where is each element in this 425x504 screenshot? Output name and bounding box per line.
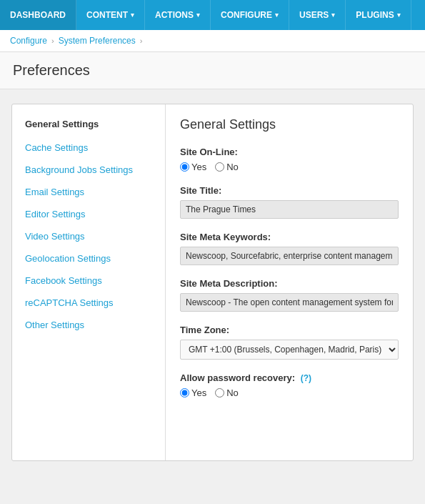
nav-plugins[interactable]: PLUGINS ▾ xyxy=(346,0,411,30)
nav-configure[interactable]: CONFIGURE ▾ xyxy=(211,0,289,30)
sidebar-item-recaptcha-settings[interactable]: reCAPTCHA Settings xyxy=(12,292,165,314)
allow-password-radio-group: Yes No xyxy=(180,387,399,398)
sidebar-item-video-settings[interactable]: Video Settings xyxy=(12,225,165,247)
allow-password-no-label[interactable]: No xyxy=(215,387,239,398)
site-meta-keywords-input[interactable] xyxy=(180,247,399,265)
site-title-label: Site Title: xyxy=(180,185,399,196)
sidebar-item-other-settings[interactable]: Other Settings xyxy=(12,314,165,336)
site-online-group: Site On-Line: Yes No xyxy=(180,147,399,172)
chevron-down-icon: ▾ xyxy=(131,11,134,19)
chevron-down-icon: ▾ xyxy=(196,11,200,19)
settings-title: General Settings xyxy=(180,117,399,132)
sidebar-item-cache-settings[interactable]: Cache Settings xyxy=(12,137,165,159)
sidebar-item-geolocation-settings[interactable]: Geolocation Settings xyxy=(12,247,165,270)
allow-password-yes-radio[interactable] xyxy=(180,388,189,397)
timezone-select[interactable]: GMT +1:00 (Brussels, Copenhagen, Madrid,… xyxy=(180,340,399,360)
site-online-yes-label[interactable]: Yes xyxy=(180,162,206,172)
site-title-input[interactable] xyxy=(180,200,399,219)
sidebar-item-editor-settings[interactable]: Editor Settings xyxy=(12,203,165,225)
site-online-yes-radio[interactable] xyxy=(180,162,189,172)
content-panel: General Settings Cache Settings Backgrou… xyxy=(11,104,414,461)
main-content: General Settings Cache Settings Backgrou… xyxy=(0,89,425,475)
site-online-label: Site On-Line: xyxy=(180,147,399,157)
sidebar: General Settings Cache Settings Backgrou… xyxy=(12,104,166,460)
site-online-no-radio[interactable] xyxy=(215,162,224,172)
breadcrumb: Configure › System Preferences › xyxy=(0,30,425,52)
site-title-group: Site Title: xyxy=(180,185,399,219)
site-meta-keywords-label: Site Meta Keywords: xyxy=(180,232,399,242)
site-online-radio-group: Yes No xyxy=(180,162,399,172)
nav-actions[interactable]: ACTIONS ▾ xyxy=(145,0,211,30)
site-meta-description-label: Site Meta Description: xyxy=(180,278,399,289)
nav-dashboard[interactable]: DASHBOARD xyxy=(0,0,76,30)
allow-password-yes-label[interactable]: Yes xyxy=(180,387,206,398)
allow-password-label: Allow password recovery: (?) xyxy=(180,372,399,383)
top-navigation: DASHBOARD CONTENT ▾ ACTIONS ▾ CONFIGURE … xyxy=(0,0,425,30)
timezone-group: Time Zone: GMT +1:00 (Brussels, Copenhag… xyxy=(180,325,399,360)
allow-password-group: Allow password recovery: (?) Yes No xyxy=(180,372,399,398)
allow-password-help-link[interactable]: (?) xyxy=(301,373,311,383)
chevron-down-icon: ▾ xyxy=(275,11,279,19)
nav-content[interactable]: CONTENT ▾ xyxy=(76,0,145,30)
breadcrumb-separator: › xyxy=(51,36,54,45)
site-meta-description-group: Site Meta Description: xyxy=(180,278,399,312)
site-online-no-label[interactable]: No xyxy=(215,162,239,172)
page-heading-area: Preferences xyxy=(0,52,425,89)
breadcrumb-configure[interactable]: Configure xyxy=(10,36,47,46)
site-meta-keywords-group: Site Meta Keywords: xyxy=(180,232,399,265)
sidebar-section-title: General Settings xyxy=(12,114,165,137)
sidebar-item-background-jobs[interactable]: Background Jobs Settings xyxy=(12,159,165,181)
site-meta-description-input[interactable] xyxy=(180,293,399,312)
page-title: Preferences xyxy=(13,62,412,79)
sidebar-item-email-settings[interactable]: Email Settings xyxy=(12,181,165,203)
chevron-down-icon: ▾ xyxy=(331,11,335,19)
settings-form-area: General Settings Site On-Line: Yes No xyxy=(166,104,413,460)
nav-users[interactable]: USERS ▾ xyxy=(289,0,346,30)
allow-password-no-radio[interactable] xyxy=(215,388,224,397)
timezone-label: Time Zone: xyxy=(180,325,399,335)
breadcrumb-system-preferences[interactable]: System Preferences xyxy=(59,36,136,46)
sidebar-item-facebook-settings[interactable]: Facebook Settings xyxy=(12,270,165,292)
chevron-down-icon: ▾ xyxy=(397,11,401,19)
breadcrumb-separator-end: › xyxy=(140,36,143,45)
